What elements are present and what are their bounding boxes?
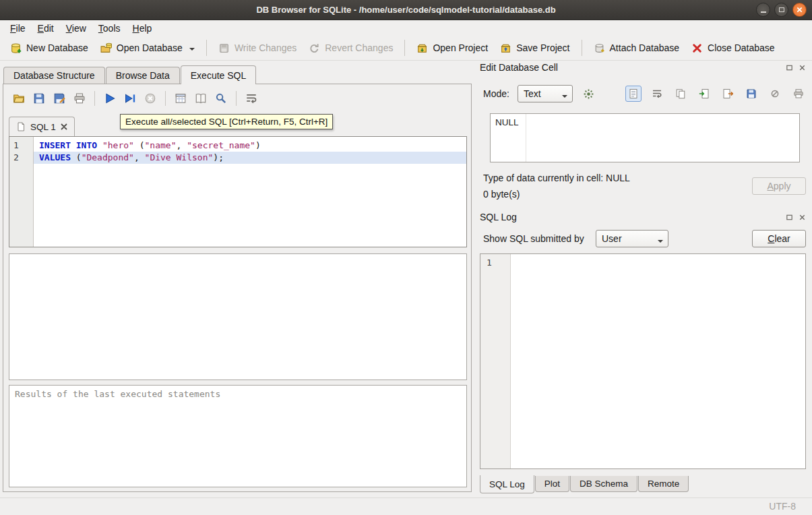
menubar: FileEditViewToolsHelp	[0, 21, 812, 36]
close-icon	[796, 6, 803, 13]
stop-execution-button[interactable]	[140, 89, 160, 108]
open-sql-file-button[interactable]	[9, 89, 29, 108]
export-results-button[interactable]	[170, 89, 191, 108]
log-gutter: 1	[480, 254, 511, 468]
titlebar: DB Browser for SQLite - /home/user/code/…	[0, 0, 812, 20]
sql-token: )	[255, 140, 261, 150]
tab-browse-data[interactable]: Browse Data	[106, 67, 180, 84]
open-in-tab-button[interactable]	[191, 89, 211, 108]
float-log-panel-button[interactable]	[784, 212, 794, 222]
bottom-tab-remote[interactable]: Remote	[638, 476, 689, 492]
sql-token: "hero"	[102, 140, 134, 150]
execute-all-icon	[104, 92, 116, 104]
edit-cell-dock-icons	[784, 63, 807, 72]
open-database-button[interactable]: Open Database	[94, 38, 201, 58]
menu-edit[interactable]: Edit	[32, 22, 60, 35]
tab-database-structure[interactable]: Database Structure	[3, 67, 105, 84]
float-panel-button[interactable]	[784, 63, 794, 72]
toolbar-separator	[582, 40, 582, 56]
print-sql-button[interactable]	[69, 89, 90, 108]
save-project-button[interactable]: Save Project	[494, 38, 575, 58]
results-grid[interactable]	[9, 253, 467, 380]
minimize-button[interactable]	[756, 3, 770, 17]
save-sql-as-button[interactable]	[49, 89, 69, 108]
word-wrap-icon	[245, 92, 257, 104]
text-document-icon	[628, 88, 639, 99]
close-button[interactable]	[792, 3, 807, 17]
copy-cell-icon	[675, 88, 686, 99]
save-cell-button[interactable]	[743, 86, 759, 102]
open-database-icon	[100, 42, 112, 54]
word-wrap-cell-button[interactable]	[649, 86, 665, 102]
tab-execute-sql[interactable]: Execute SQL	[181, 65, 257, 84]
results-message-area[interactable]: Results of the last executed statements	[9, 385, 467, 487]
clear-log-button[interactable]: Clear	[752, 230, 806, 247]
main-toolbar: New DatabaseOpen DatabaseWrite ChangesRe…	[0, 36, 812, 61]
revert-changes-button[interactable]: Revert Changes	[303, 38, 399, 58]
sql-editor[interactable]: 12 INSERT INTO "hero" ("name", "secret_n…	[9, 136, 467, 247]
save-sql-as-icon	[53, 92, 65, 104]
encoding-indicator[interactable]: UTF-8	[769, 501, 796, 512]
execute-sql-pane: SQL 1 12 INSERT INTO "hero" ("name", "se…	[3, 84, 472, 492]
bottom-tab-sql-log[interactable]: SQL Log	[480, 475, 534, 493]
close-log-panel-button[interactable]	[797, 212, 807, 222]
close-panel-button[interactable]	[797, 63, 807, 72]
log-filter-selected-value: User	[602, 233, 622, 244]
copy-cell-button[interactable]	[673, 86, 689, 102]
new-database-button[interactable]: New Database	[4, 38, 94, 58]
editor-toolbar	[9, 88, 261, 109]
editor-code[interactable]: INSERT INTO "hero" ("name", "secret_name…	[34, 137, 466, 247]
sql-log-dock-icons	[784, 212, 807, 222]
save-sql-file-icon	[33, 92, 45, 104]
print-cell-button[interactable]	[790, 86, 807, 102]
sql-tab-label: SQL 1	[30, 122, 56, 132]
attach-database-icon	[594, 42, 605, 54]
menu-help[interactable]: Help	[127, 22, 158, 35]
menu-view[interactable]: View	[60, 22, 92, 35]
float-icon	[786, 64, 793, 71]
toolbar-separator	[165, 91, 166, 106]
export-cell-button[interactable]	[720, 86, 736, 102]
minimize-icon	[761, 11, 766, 13]
find-replace-button[interactable]	[211, 89, 231, 108]
open-project-button[interactable]: Open Project	[410, 38, 494, 58]
clear-button-label: Clear	[768, 233, 790, 244]
set-null-button[interactable]	[767, 86, 783, 102]
window-title: DB Browser for SQLite - /home/user/code/…	[0, 5, 812, 15]
mode-select[interactable]: Text	[518, 85, 573, 102]
log-filter-row: Show SQL submitted by User Clear	[476, 229, 809, 248]
menu-tools[interactable]: Tools	[92, 22, 127, 35]
apply-button[interactable]: Apply	[752, 177, 806, 195]
cell-settings-button[interactable]	[580, 85, 597, 102]
import-cell-button[interactable]	[696, 86, 712, 102]
cell-mode-row: Mode: Text	[476, 84, 809, 104]
tab-close-icon[interactable]	[61, 123, 67, 130]
chevron-down-icon[interactable]	[189, 48, 195, 51]
attach-database-button[interactable]: Attach Database	[588, 38, 686, 58]
open-project-icon	[416, 42, 428, 54]
cell-editor[interactable]: NULL	[490, 113, 800, 162]
close-database-button[interactable]: Close Database	[685, 38, 781, 58]
log-filter-select[interactable]: User	[596, 230, 668, 247]
execute-tooltip: Execute all/selected SQL [Ctrl+Return, F…	[120, 114, 333, 129]
bottom-tab-plot[interactable]: Plot	[535, 476, 569, 492]
menu-file[interactable]: File	[4, 22, 32, 35]
code-line-2[interactable]: VALUES ("Deadpond", "Dive Wilson");	[34, 152, 466, 164]
execute-all-button[interactable]	[100, 89, 120, 108]
sql-log-area[interactable]: 1	[480, 253, 806, 469]
save-sql-file-button[interactable]	[29, 89, 49, 108]
sql-file-icon	[16, 122, 26, 131]
execute-current-line-button[interactable]	[120, 89, 140, 108]
code-line-1[interactable]: INSERT INTO "hero" ("name", "secret_name…	[34, 140, 466, 152]
tab-sql-1[interactable]: SQL 1	[9, 117, 75, 136]
toolbar-separator	[404, 40, 405, 56]
import-cell-icon	[699, 88, 710, 99]
print-cell-icon	[793, 88, 804, 99]
maximize-button[interactable]	[774, 3, 788, 17]
set-null-icon	[770, 88, 780, 99]
write-changes-button[interactable]: Write Changes	[212, 38, 303, 58]
open-sql-file-icon	[13, 92, 25, 104]
word-wrap-button[interactable]	[241, 89, 261, 108]
bottom-tab-db-schema[interactable]: DB Schema	[570, 476, 637, 492]
text-document-button[interactable]	[625, 86, 642, 102]
